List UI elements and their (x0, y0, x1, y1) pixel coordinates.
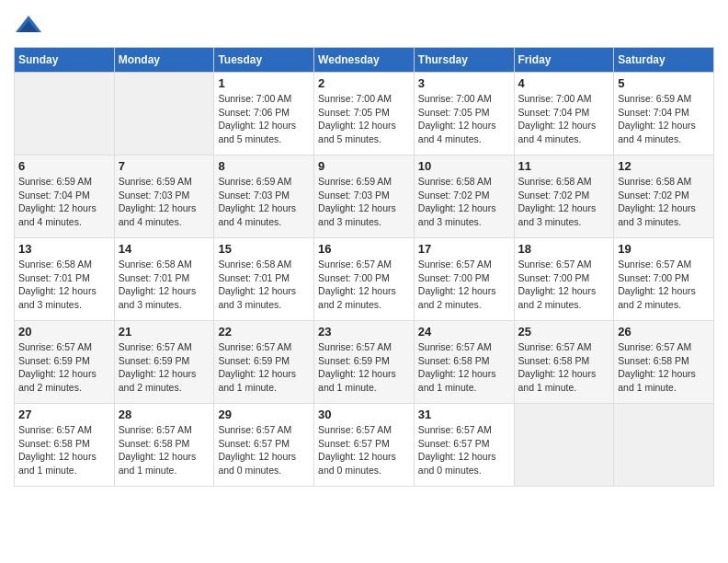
calendar-cell: 30Sunrise: 6:57 AM Sunset: 6:57 PM Dayli… (314, 404, 415, 487)
calendar-cell: 20Sunrise: 6:57 AM Sunset: 6:59 PM Dayli… (15, 321, 115, 404)
day-info: Sunrise: 6:59 AM Sunset: 7:03 PM Dayligh… (218, 175, 310, 229)
calendar-cell (514, 404, 614, 487)
calendar-cell: 4Sunrise: 7:00 AM Sunset: 7:04 PM Daylig… (514, 73, 614, 155)
day-number: 10 (418, 159, 510, 173)
day-info: Sunrise: 7:00 AM Sunset: 7:06 PM Dayligh… (218, 92, 310, 146)
calendar-cell: 6Sunrise: 6:59 AM Sunset: 7:04 PM Daylig… (15, 155, 115, 238)
calendar-cell: 18Sunrise: 6:57 AM Sunset: 7:00 PM Dayli… (514, 238, 614, 321)
weekday-header: Saturday (614, 48, 714, 73)
day-info: Sunrise: 6:59 AM Sunset: 7:03 PM Dayligh… (119, 175, 210, 229)
day-number: 27 (18, 408, 110, 421)
calendar-cell (614, 404, 714, 487)
day-info: Sunrise: 6:58 AM Sunset: 7:02 PM Dayligh… (518, 175, 610, 229)
day-info: Sunrise: 7:00 AM Sunset: 7:05 PM Dayligh… (318, 92, 410, 146)
day-number: 7 (119, 159, 210, 173)
day-info: Sunrise: 6:57 AM Sunset: 6:58 PM Dayligh… (18, 423, 110, 477)
calendar-header: SundayMondayTuesdayWednesdayThursdayFrid… (15, 48, 714, 73)
day-number: 4 (518, 76, 610, 90)
calendar-cell: 10Sunrise: 6:58 AM Sunset: 7:02 PM Dayli… (414, 155, 514, 238)
day-number: 22 (218, 325, 310, 339)
day-number: 18 (518, 242, 610, 256)
day-info: Sunrise: 6:57 AM Sunset: 6:58 PM Dayligh… (518, 340, 610, 395)
day-number: 6 (18, 159, 110, 173)
calendar-cell: 27Sunrise: 6:57 AM Sunset: 6:58 PM Dayli… (15, 404, 115, 487)
day-number: 26 (618, 325, 710, 339)
day-info: Sunrise: 6:57 AM Sunset: 6:58 PM Dayligh… (418, 340, 510, 395)
day-number: 28 (119, 408, 210, 421)
day-number: 29 (218, 408, 310, 421)
calendar-cell: 31Sunrise: 6:57 AM Sunset: 6:57 PM Dayli… (414, 404, 514, 487)
day-info: Sunrise: 7:00 AM Sunset: 7:05 PM Dayligh… (418, 92, 510, 146)
calendar-cell: 5Sunrise: 6:59 AM Sunset: 7:04 PM Daylig… (614, 73, 714, 155)
calendar-cell: 23Sunrise: 6:57 AM Sunset: 6:59 PM Dayli… (314, 321, 415, 404)
day-number: 3 (418, 76, 510, 90)
calendar-cell: 2Sunrise: 7:00 AM Sunset: 7:05 PM Daylig… (314, 73, 415, 155)
day-number: 13 (18, 242, 110, 256)
day-info: Sunrise: 6:57 AM Sunset: 6:59 PM Dayligh… (119, 340, 210, 395)
day-info: Sunrise: 6:57 AM Sunset: 7:00 PM Dayligh… (318, 258, 410, 312)
calendar-cell: 28Sunrise: 6:57 AM Sunset: 6:58 PM Dayli… (114, 404, 214, 487)
day-info: Sunrise: 6:57 AM Sunset: 7:00 PM Dayligh… (418, 258, 510, 312)
logo-icon (14, 14, 43, 38)
day-number: 19 (618, 242, 710, 256)
day-number: 23 (318, 325, 410, 339)
day-info: Sunrise: 6:57 AM Sunset: 6:59 PM Dayligh… (218, 340, 310, 395)
calendar-cell (15, 73, 115, 155)
day-info: Sunrise: 6:58 AM Sunset: 7:01 PM Dayligh… (119, 258, 210, 312)
day-number: 25 (518, 325, 610, 339)
day-info: Sunrise: 6:57 AM Sunset: 6:59 PM Dayligh… (318, 340, 410, 395)
calendar-cell: 13Sunrise: 6:58 AM Sunset: 7:01 PM Dayli… (15, 238, 115, 321)
day-info: Sunrise: 6:59 AM Sunset: 7:03 PM Dayligh… (318, 175, 410, 229)
day-number: 14 (119, 242, 210, 256)
day-number: 31 (418, 408, 510, 421)
calendar-cell (114, 73, 214, 155)
weekday-header: Thursday (414, 48, 514, 73)
calendar-cell: 11Sunrise: 6:58 AM Sunset: 7:02 PM Dayli… (514, 155, 614, 238)
day-number: 5 (618, 76, 710, 90)
day-number: 15 (218, 242, 310, 256)
day-number: 21 (119, 325, 210, 339)
calendar-cell: 1Sunrise: 7:00 AM Sunset: 7:06 PM Daylig… (214, 73, 314, 155)
day-info: Sunrise: 6:57 AM Sunset: 6:57 PM Dayligh… (318, 423, 410, 477)
calendar-cell: 14Sunrise: 6:58 AM Sunset: 7:01 PM Dayli… (114, 238, 214, 321)
calendar-cell: 9Sunrise: 6:59 AM Sunset: 7:03 PM Daylig… (314, 155, 415, 238)
day-number: 11 (518, 159, 610, 173)
calendar-cell: 25Sunrise: 6:57 AM Sunset: 6:58 PM Dayli… (514, 321, 614, 404)
day-number: 24 (418, 325, 510, 339)
day-info: Sunrise: 6:57 AM Sunset: 6:58 PM Dayligh… (119, 423, 210, 477)
weekday-header: Friday (514, 48, 614, 73)
calendar-cell: 24Sunrise: 6:57 AM Sunset: 6:58 PM Dayli… (414, 321, 514, 404)
calendar-cell: 29Sunrise: 6:57 AM Sunset: 6:57 PM Dayli… (214, 404, 314, 487)
calendar-cell: 16Sunrise: 6:57 AM Sunset: 7:00 PM Dayli… (314, 238, 415, 321)
day-info: Sunrise: 6:57 AM Sunset: 6:58 PM Dayligh… (618, 340, 710, 395)
day-number: 30 (318, 408, 410, 421)
day-number: 17 (418, 242, 510, 256)
calendar-cell: 21Sunrise: 6:57 AM Sunset: 6:59 PM Dayli… (114, 321, 214, 404)
day-info: Sunrise: 6:57 AM Sunset: 7:00 PM Dayligh… (618, 258, 710, 312)
day-info: Sunrise: 6:57 AM Sunset: 6:57 PM Dayligh… (418, 423, 510, 477)
calendar-cell: 26Sunrise: 6:57 AM Sunset: 6:58 PM Dayli… (614, 321, 714, 404)
calendar-cell: 8Sunrise: 6:59 AM Sunset: 7:03 PM Daylig… (214, 155, 314, 238)
calendar-cell: 15Sunrise: 6:58 AM Sunset: 7:01 PM Dayli… (214, 238, 314, 321)
day-number: 1 (218, 76, 310, 90)
weekday-header: Monday (114, 48, 214, 73)
day-info: Sunrise: 6:58 AM Sunset: 7:02 PM Dayligh… (618, 175, 710, 229)
calendar-cell: 19Sunrise: 6:57 AM Sunset: 7:00 PM Dayli… (614, 238, 714, 321)
day-number: 8 (218, 159, 310, 173)
calendar-cell: 7Sunrise: 6:59 AM Sunset: 7:03 PM Daylig… (114, 155, 214, 238)
page-header (14, 14, 714, 38)
day-number: 20 (18, 325, 110, 339)
calendar-body: 1Sunrise: 7:00 AM Sunset: 7:06 PM Daylig… (15, 73, 714, 487)
calendar-cell: 17Sunrise: 6:57 AM Sunset: 7:00 PM Dayli… (414, 238, 514, 321)
day-number: 12 (618, 159, 710, 173)
day-info: Sunrise: 6:59 AM Sunset: 7:04 PM Dayligh… (618, 92, 710, 146)
logo (14, 14, 47, 38)
weekday-header: Sunday (15, 48, 115, 73)
day-info: Sunrise: 6:58 AM Sunset: 7:01 PM Dayligh… (218, 258, 310, 312)
calendar-cell: 12Sunrise: 6:58 AM Sunset: 7:02 PM Dayli… (614, 155, 714, 238)
day-info: Sunrise: 6:57 AM Sunset: 6:59 PM Dayligh… (18, 340, 110, 395)
calendar-cell: 3Sunrise: 7:00 AM Sunset: 7:05 PM Daylig… (414, 73, 514, 155)
weekday-header: Wednesday (314, 48, 415, 73)
weekday-header: Tuesday (214, 48, 314, 73)
day-number: 2 (318, 76, 410, 90)
